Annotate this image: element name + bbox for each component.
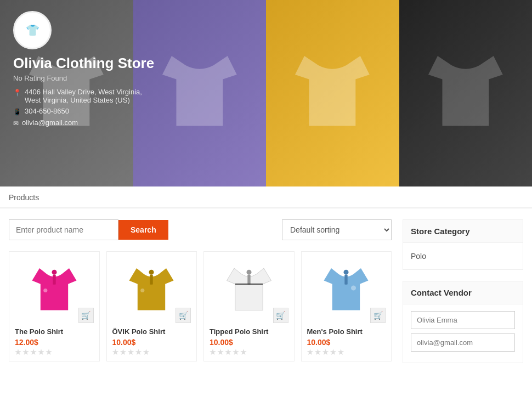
vendor-email-input[interactable] xyxy=(411,333,515,352)
product-price-4: 10.00$ xyxy=(307,338,386,347)
category-item-polo[interactable]: Polo xyxy=(411,250,515,263)
svg-rect-1 xyxy=(53,274,55,284)
store-logo: 👕 xyxy=(13,11,52,49)
product-card-4: 🛒 Men's Polo Shirt 10.00$ xyxy=(301,251,392,361)
sort-select[interactable]: Default sorting Price: low to high Price… xyxy=(282,219,392,240)
add-to-cart-button-4[interactable]: 🛒 xyxy=(370,308,386,323)
product-image-area-2: 🛒 xyxy=(112,257,191,323)
store-phone: 📱 304-650-8650 xyxy=(13,107,154,116)
product-stars-3 xyxy=(210,349,288,355)
product-stars-1 xyxy=(15,349,94,355)
store-category-box: Store Category Polo xyxy=(403,219,523,270)
store-info-overlay: 👕 Olivia Clothing Store No Rating Found … xyxy=(0,0,167,141)
star-3 xyxy=(322,349,329,355)
product-shirt-pink-icon xyxy=(30,262,79,319)
star-5 xyxy=(143,349,150,355)
star-1 xyxy=(112,349,119,355)
product-shirt-blue-icon xyxy=(321,262,371,319)
product-grid: 🛒 The Polo Shirt 12.00$ xyxy=(9,251,392,361)
store-rating: No Rating Found xyxy=(13,74,154,82)
star-3 xyxy=(128,349,134,355)
svg-point-6 xyxy=(246,269,251,274)
store-banner: 👕 Olivia Clothing Store No Rating Found … xyxy=(0,0,532,186)
svg-rect-7 xyxy=(247,274,250,284)
product-price-3: 10.00$ xyxy=(210,338,288,347)
star-5 xyxy=(240,349,247,355)
store-address: 📍 4406 Hall Valley Drive, West Virginia,… xyxy=(13,88,154,104)
product-card-3: 🛒 Tipped Polo Shirt 10.00$ xyxy=(203,251,295,361)
product-shirt-yellow-icon xyxy=(127,262,176,319)
vendor-name-input[interactable] xyxy=(411,311,515,329)
products-section: Products xyxy=(0,186,532,208)
product-price-2: 10.00$ xyxy=(112,338,191,347)
star-2 xyxy=(120,349,127,355)
left-panel: Search Default sorting Price: low to hig… xyxy=(9,219,392,363)
search-input[interactable] xyxy=(9,219,118,240)
product-stars-2 xyxy=(112,349,191,355)
star-1 xyxy=(210,349,216,355)
store-category-content: Polo xyxy=(403,243,523,269)
svg-point-2 xyxy=(43,288,47,292)
search-bar: Search Default sorting Price: low to hig… xyxy=(9,219,392,240)
product-name-2: ÖVIK Polo Shirt xyxy=(112,327,191,336)
add-to-cart-button-2[interactable]: 🛒 xyxy=(176,308,191,323)
add-to-cart-button-1[interactable]: 🛒 xyxy=(78,308,94,323)
product-card-2: 🛒 ÖVIK Polo Shirt 10.00$ xyxy=(106,251,197,361)
product-name-4: Men's Polo Shirt xyxy=(307,327,386,336)
svg-point-5 xyxy=(140,288,144,292)
store-email: ✉ olivia@gmail.com xyxy=(13,118,154,127)
star-5 xyxy=(338,349,344,355)
email-icon: ✉ xyxy=(13,120,19,127)
store-name: Olivia Clothing Store xyxy=(13,55,154,72)
product-image-area-4: 🛒 xyxy=(307,257,386,323)
star-5 xyxy=(46,349,52,355)
search-button[interactable]: Search xyxy=(118,220,168,240)
product-card-1: 🛒 The Polo Shirt 12.00$ xyxy=(9,251,100,361)
right-panel: Store Category Polo Contact Vendor xyxy=(403,219,523,363)
product-name-3: Tipped Polo Shirt xyxy=(210,327,288,336)
product-image-area-3: 🛒 xyxy=(210,257,288,323)
main-content: Search Default sorting Price: low to hig… xyxy=(0,208,532,374)
product-stars-4 xyxy=(307,349,386,355)
contact-vendor-content xyxy=(403,304,523,363)
product-image-area-1: 🛒 xyxy=(15,257,94,323)
product-name-1: The Polo Shirt xyxy=(15,327,94,336)
store-address-text: 4406 Hall Valley Drive, West Virginia, W… xyxy=(25,88,142,104)
product-shirt-white-icon xyxy=(224,262,274,319)
banner-tshirt-4-icon xyxy=(419,28,512,159)
phone-icon: 📱 xyxy=(13,108,21,116)
svg-rect-4 xyxy=(150,274,153,284)
add-to-cart-button-3[interactable]: 🛒 xyxy=(273,308,288,323)
svg-point-3 xyxy=(149,269,154,274)
products-label: Products xyxy=(9,193,523,207)
star-3 xyxy=(30,349,37,355)
contact-vendor-title: Contact Vendor xyxy=(403,281,523,304)
product-price-1: 12.00$ xyxy=(15,338,94,347)
star-4 xyxy=(330,349,337,355)
star-1 xyxy=(307,349,314,355)
star-1 xyxy=(15,349,21,355)
store-logo-icon: 👕 xyxy=(26,24,39,37)
star-4 xyxy=(233,349,239,355)
store-category-title: Store Category xyxy=(403,220,523,243)
banner-tshirt-3-icon xyxy=(286,28,379,159)
contact-vendor-box: Contact Vendor xyxy=(403,281,523,363)
star-4 xyxy=(38,349,44,355)
location-icon: 📍 xyxy=(13,89,21,97)
star-4 xyxy=(135,349,142,355)
star-3 xyxy=(225,349,231,355)
star-2 xyxy=(315,349,321,355)
star-2 xyxy=(217,349,224,355)
banner-col-3 xyxy=(266,0,399,186)
svg-point-10 xyxy=(351,285,356,290)
svg-point-8 xyxy=(344,269,349,274)
banner-col-4 xyxy=(399,0,533,186)
svg-point-0 xyxy=(52,269,56,274)
svg-rect-9 xyxy=(345,274,348,284)
star-2 xyxy=(22,349,29,355)
